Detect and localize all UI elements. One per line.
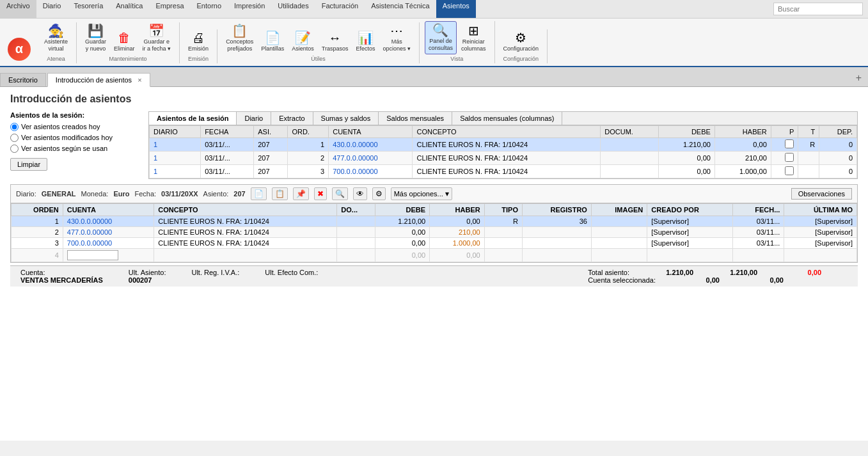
footer-ult-iva: Ult. Reg. I.V.A.: bbox=[191, 269, 239, 276]
ribbon-btn-config[interactable]: ⚙ Configuración bbox=[500, 29, 542, 54]
col-fecha: FECHA bbox=[201, 125, 254, 138]
detail-table-row[interactable]: 2 477.0.0.00000 CLIENTE EUROS N. FRA: 1/… bbox=[12, 226, 857, 237]
col-dep: DEP. bbox=[819, 125, 857, 138]
subtab-extracto[interactable]: Extracto bbox=[271, 112, 313, 125]
col-concepto: CONCEPTO bbox=[413, 125, 601, 138]
radio-modificados[interactable]: Ver asientos modificados hoy bbox=[10, 134, 138, 142]
toolbar-icon-btn-3[interactable]: 📌 bbox=[293, 187, 309, 200]
menu-asientos[interactable]: Asientos bbox=[436, 0, 476, 18]
footer-ult-asiento: Ult. Asiento: 000207 bbox=[129, 269, 166, 284]
dcol-orden: ORDEN bbox=[12, 203, 63, 216]
ribbon-btn-conceptos[interactable]: 📋 Conceptosprefijados bbox=[223, 22, 256, 54]
ribbon-btn-asientos[interactable]: 📝 Asientos bbox=[288, 29, 317, 54]
plantillas-label: Plantillas bbox=[261, 45, 284, 52]
ribbon-btn-guardar[interactable]: 💾 Guardary nuevo bbox=[82, 22, 109, 54]
ribbon-btn-reiniciar[interactable]: ⊞ Reiniciarcolumnas bbox=[458, 22, 489, 54]
config-icon: ⚙ bbox=[515, 31, 526, 44]
footer-total-label: Total asiento: bbox=[588, 269, 629, 276]
menu-empresa[interactable]: Empresa bbox=[149, 0, 190, 18]
dcol-fecha: FECH... bbox=[733, 203, 784, 216]
session-table-row[interactable]: 1 03/11/... 207 3 700.0.0.00000 CLIENTE … bbox=[150, 164, 857, 178]
subtab-diario[interactable]: Diario bbox=[237, 112, 271, 125]
menu-analitica[interactable]: Analítica bbox=[109, 0, 149, 18]
mas-opciones-btn[interactable]: Más opciones... ▾ bbox=[391, 187, 452, 200]
ribbon-group-utiles: 📋 Conceptosprefijados 📄 Plantillas 📝 Asi… bbox=[217, 22, 420, 63]
ribbon-btn-efectos[interactable]: 📊 Efectos bbox=[352, 29, 378, 54]
page-title: Introducción de asientos bbox=[10, 93, 858, 105]
radio-segun-label: Ver asientos según se usan bbox=[21, 145, 107, 152]
group-label-vista: Vista bbox=[450, 56, 463, 62]
menu-facturacion[interactable]: Facturación bbox=[315, 0, 365, 18]
emision-icon: 🖨 bbox=[192, 31, 205, 44]
search-input[interactable] bbox=[773, 3, 863, 15]
ribbon-btn-asistente[interactable]: 🧙 Asistentevirtual bbox=[41, 22, 71, 54]
dcol-creado: CREADO POR bbox=[647, 203, 733, 216]
menu-diario[interactable]: Diario bbox=[36, 0, 68, 18]
detail-table-row[interactable]: 3 700.0.0.00000 CLIENTE EUROS N. FRA: 1/… bbox=[12, 237, 857, 248]
menu-asistencia[interactable]: Asistencia Técnica bbox=[365, 0, 436, 18]
tab-add-btn[interactable]: + bbox=[849, 70, 868, 86]
diario-label: Diario: bbox=[16, 190, 36, 198]
subtab-sesion[interactable]: Asientos de la sesión bbox=[149, 112, 237, 125]
radio-modificados-input[interactable] bbox=[10, 134, 19, 142]
menu-archivo[interactable]: Archivo bbox=[0, 0, 36, 18]
ribbon-logo: α bbox=[8, 38, 31, 61]
menu-utilidades[interactable]: Utilidades bbox=[271, 0, 315, 18]
ribbon-group-vista: 🔍 Panel deconsultas ⊞ Reiniciarcolumnas … bbox=[420, 21, 495, 63]
detail-table-scroll[interactable]: ORDEN CUENTA CONCEPTO DO... DEBE HABER T… bbox=[11, 203, 857, 262]
efectos-icon: 📊 bbox=[358, 31, 374, 44]
guardar-icon: 💾 bbox=[88, 24, 104, 37]
detail-table-row[interactable]: 4 0,00 0,00 bbox=[12, 248, 857, 262]
ribbon-btn-mas-opciones[interactable]: ⋯ Másopciones ▾ bbox=[379, 22, 414, 54]
toolbar-icon-btn-5[interactable]: 🔍 bbox=[332, 187, 348, 200]
footer-bar: Cuenta: VENTAS MERCADERÍAS Ult. Asiento:… bbox=[10, 265, 858, 287]
reiniciar-label: Reiniciarcolumnas bbox=[461, 38, 486, 52]
radio-segun[interactable]: Ver asientos según se usan bbox=[10, 145, 138, 153]
detail-table-row[interactable]: 1 430.0.0.00000 CLIENTE EUROS N. FRA: 1/… bbox=[12, 216, 857, 226]
observaciones-btn[interactable]: Observaciones bbox=[791, 188, 852, 200]
ribbon-btn-eliminar[interactable]: 🗑 Eliminar bbox=[111, 29, 138, 54]
ribbon-btn-panel-consultas[interactable]: 🔍 Panel deconsultas bbox=[425, 21, 457, 54]
menu-entorno[interactable]: Entorno bbox=[191, 0, 228, 18]
subtab-sumas[interactable]: Sumas y saldos bbox=[313, 112, 379, 125]
session-table-row[interactable]: 1 03/11/... 207 2 477.0.0.00000 CLIENTE … bbox=[150, 151, 857, 164]
footer-ult-asiento-label: Ult. Asiento: bbox=[129, 269, 166, 276]
reiniciar-icon: ⊞ bbox=[468, 24, 479, 37]
session-left: Asientos de la sesión: Ver asientos crea… bbox=[10, 111, 138, 179]
toolbar-icon-btn-6[interactable]: 👁 bbox=[353, 187, 367, 200]
subtab-saldos-col[interactable]: Saldos mensuales (columnas) bbox=[452, 112, 562, 125]
tab-intro[interactable]: Introducción de asientos × bbox=[47, 73, 150, 87]
footer-cta-row: Cuenta seleccionada: 0,00 0,00 bbox=[588, 276, 848, 284]
radio-group: Ver asientos creados hoy Ver asientos mo… bbox=[10, 123, 138, 153]
radio-hoy[interactable]: Ver asientos creados hoy bbox=[10, 123, 138, 131]
menu-tesoreria[interactable]: Tesorería bbox=[67, 0, 109, 18]
ribbon: α 🧙 Asistentevirtual Atenea 💾 Guardary n… bbox=[0, 19, 868, 67]
radio-hoy-input[interactable] bbox=[10, 123, 19, 131]
ribbon-btn-traspasos[interactable]: ↔ Traspasos bbox=[319, 29, 352, 54]
footer-ult-asiento-value: 000207 bbox=[129, 276, 166, 284]
clean-button[interactable]: Limpiar bbox=[10, 158, 47, 171]
toolbar-icon-btn-4[interactable]: ✖ bbox=[314, 187, 327, 200]
subtab-saldos[interactable]: Saldos mensuales bbox=[379, 112, 452, 125]
emision-label: Emisión bbox=[188, 45, 209, 52]
tab-desktop[interactable]: Escritorio bbox=[0, 73, 46, 86]
group-label-utiles: Útiles bbox=[311, 56, 326, 62]
ribbon-group-config: ⚙ Configuración Configuración bbox=[495, 29, 548, 63]
tab-close-btn[interactable]: × bbox=[138, 76, 141, 84]
eliminar-icon: 🗑 bbox=[118, 31, 130, 44]
toolbar-icon-btn-1[interactable]: 📄 bbox=[251, 187, 267, 200]
toolbar-icon-btn-7[interactable]: ⚙ bbox=[372, 187, 386, 200]
footer-total-debe: 1.210,00 bbox=[642, 269, 693, 276]
radio-segun-input[interactable] bbox=[10, 145, 19, 153]
ribbon-btn-emision[interactable]: 🖨 Emisión bbox=[185, 29, 212, 54]
dcol-do: DO... bbox=[337, 203, 375, 216]
toolbar-icon-btn-2[interactable]: 📋 bbox=[272, 187, 288, 200]
menu-impresion[interactable]: Impresión bbox=[228, 0, 271, 18]
footer-cuenta: Cuenta: VENTAS MERCADERÍAS bbox=[20, 269, 103, 284]
ribbon-btn-plantillas[interactable]: 📄 Plantillas bbox=[258, 29, 287, 54]
guardar-label: Guardary nuevo bbox=[85, 38, 106, 52]
ribbon-btn-guardar-fecha[interactable]: 📅 Guardar eir a fecha ▾ bbox=[139, 22, 175, 54]
session-table-scroll[interactable]: DIARIO FECHA ASI. ORD. CUENTA CONCEPTO D… bbox=[149, 125, 857, 178]
footer-cta-diff bbox=[796, 276, 848, 284]
session-table-row[interactable]: 1 03/11/... 207 1 430.0.0.00000 CLIENTE … bbox=[150, 138, 857, 151]
